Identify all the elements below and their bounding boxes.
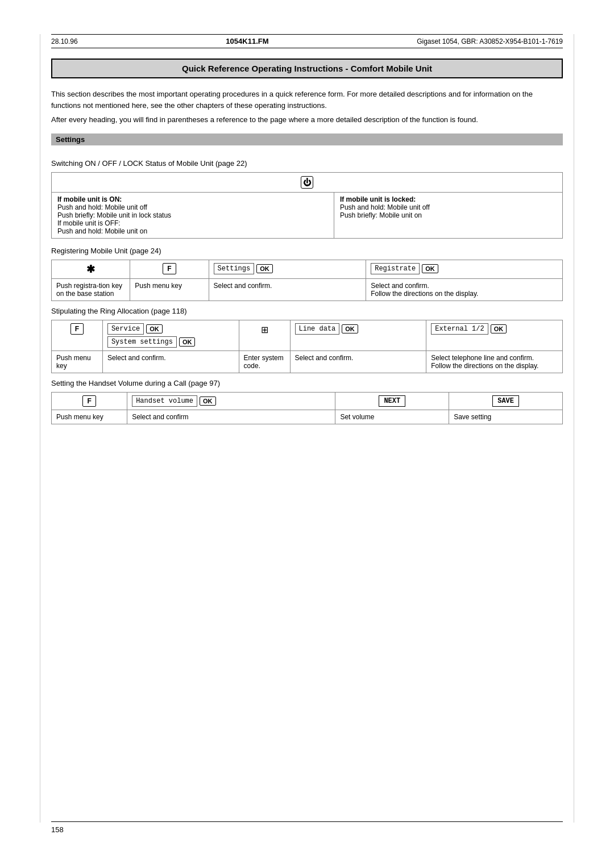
vol-step4-icon: SAVE	[449, 392, 563, 410]
handset-volume-lcd: Handset volume	[132, 395, 197, 407]
on-status-cell: If mobile unit is ON: Push and hold: Mob…	[52, 192, 334, 238]
ring-step3-icon: ⊞	[239, 320, 290, 350]
vol-step3-icon: NEXT	[335, 392, 449, 410]
ok-button-registrate: OK	[422, 264, 438, 273]
reg-desc4: Select and confirm.Follow the directions…	[366, 278, 563, 301]
settings-lcd: Settings	[214, 263, 255, 274]
reg-desc2: Push menu key	[130, 278, 209, 301]
reg-step2-icon: F	[130, 260, 209, 278]
ring-desc1: Push menu key	[52, 350, 103, 373]
locked-status-cell: If mobile unit is locked: Push and hold:…	[334, 192, 562, 238]
keypad-icon: ⊞	[260, 323, 269, 336]
footer-divider	[51, 821, 563, 822]
header-date: 28.10.96	[51, 37, 78, 45]
system-settings-lcd: System settings	[107, 336, 177, 348]
reg-desc1: Push registra-tion key on the base stati…	[52, 278, 130, 301]
section-registering: Registering Mobile Unit (page 24) ✱ F Se…	[51, 247, 563, 301]
power-icon: ⏻	[301, 176, 313, 189]
switching-heading: Switching ON / OFF / LOCK Status of Mobi…	[51, 159, 563, 168]
page-footer: 158	[51, 821, 563, 834]
vol-step2-icon: Handset volume OK	[127, 392, 335, 410]
vol-desc3: Set volume	[335, 410, 449, 424]
ring-desc5: Select telephone line and confirm.Follow…	[426, 350, 563, 373]
ok-external: OK	[491, 324, 507, 333]
ok-service: OK	[146, 324, 163, 333]
external-lcd: External 1/2	[431, 323, 488, 335]
vol-desc2: Select and confirm	[127, 410, 335, 424]
registering-heading: Registering Mobile Unit (page 24)	[51, 247, 563, 255]
service-lcd: Service	[107, 323, 144, 335]
ok-line-data: OK	[342, 324, 358, 333]
header-reference: Gigaset 1054, GBR: A30852-X954-B101-1-76…	[417, 37, 563, 45]
ring-step2-icon: Service OK System settings OK	[102, 320, 239, 350]
ok-button-settings: OK	[256, 264, 273, 273]
f-button-vol: F	[82, 395, 96, 407]
settings-heading: Settings	[51, 133, 563, 145]
f-button-ring: F	[70, 323, 84, 335]
page-title: Quick Reference Operating Instructions -…	[51, 59, 563, 78]
registering-table: ✱ F Settings OK Registrate OK	[51, 260, 563, 301]
ring-step4-icon: Line data OK	[290, 320, 426, 350]
section-handset-volume: Setting the Handset Volume during a Call…	[51, 379, 563, 424]
section-switching: Switching ON / OFF / LOCK Status of Mobi…	[51, 159, 563, 239]
reg-desc3: Select and confirm.	[209, 278, 366, 301]
reg-step3-icon: Settings OK	[209, 260, 366, 278]
handset-volume-heading: Setting the Handset Volume during a Call…	[51, 379, 563, 387]
reg-step1-icon: ✱	[52, 260, 130, 278]
switching-table: ⏻ If mobile unit is ON: Push and hold: M…	[51, 172, 563, 239]
ring-step1-icon: F	[52, 320, 103, 350]
ok-system-settings: OK	[179, 337, 196, 347]
page-number: 158	[51, 825, 563, 834]
vol-step1-icon: F	[52, 392, 127, 410]
ring-desc2: Select and confirm.	[102, 350, 239, 373]
registrate-lcd: Registrate	[371, 263, 420, 274]
ring-desc3: Enter system code.	[239, 350, 290, 373]
f-button: F	[163, 263, 176, 274]
intro-paragraph1: This section describes the most importan…	[51, 89, 563, 126]
ring-step5-icon: External 1/2 OK	[426, 320, 563, 350]
vol-desc1: Push menu key	[52, 410, 127, 424]
page-header: 28.10.96 1054K11.FM Gigaset 1054, GBR: A…	[51, 34, 563, 48]
reg-step4-icon: Registrate OK	[366, 260, 563, 278]
ok-handset-vol: OK	[200, 397, 216, 406]
handset-volume-table: F Handset volume OK NEXT SAVE Push menu …	[51, 392, 563, 424]
ring-desc4: Select and confirm.	[290, 350, 426, 373]
vol-desc4: Save setting	[449, 410, 563, 424]
line-data-lcd: Line data	[295, 323, 340, 335]
header-filename: 1054K11.FM	[226, 37, 268, 45]
ring-allocation-table: F Service OK System settings OK	[51, 320, 563, 373]
save-button: SAVE	[492, 395, 519, 407]
section-ring-allocation: Stipulating the Ring Allocation (page 11…	[51, 307, 563, 373]
next-button: NEXT	[379, 395, 405, 407]
ring-allocation-heading: Stipulating the Ring Allocation (page 11…	[51, 307, 563, 315]
